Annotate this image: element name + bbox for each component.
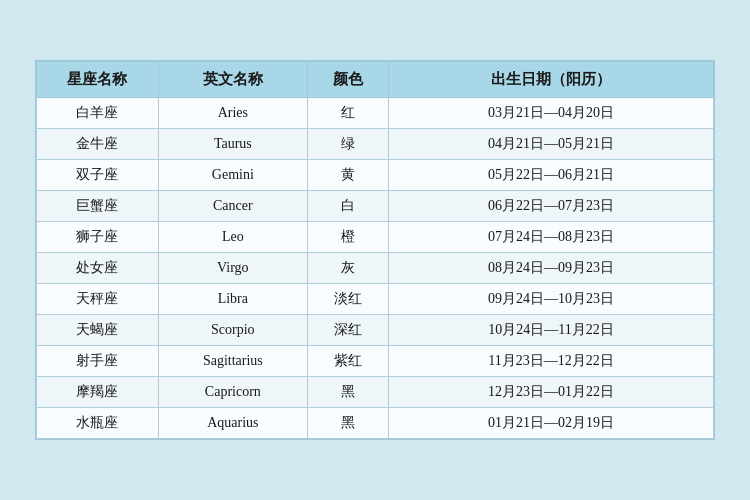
table-body: 白羊座Aries红03月21日—04月20日金牛座Taurus绿04月21日—0…	[37, 98, 714, 439]
cell-date: 10月24日—11月22日	[389, 315, 714, 346]
cell-english: Capricorn	[158, 377, 307, 408]
cell-chinese: 水瓶座	[37, 408, 159, 439]
cell-date: 08月24日—09月23日	[389, 253, 714, 284]
cell-chinese: 白羊座	[37, 98, 159, 129]
table-row: 巨蟹座Cancer白06月22日—07月23日	[37, 191, 714, 222]
cell-english: Aries	[158, 98, 307, 129]
cell-english: Gemini	[158, 160, 307, 191]
cell-color: 白	[307, 191, 388, 222]
cell-chinese: 金牛座	[37, 129, 159, 160]
cell-date: 07月24日—08月23日	[389, 222, 714, 253]
cell-english: Libra	[158, 284, 307, 315]
cell-date: 09月24日—10月23日	[389, 284, 714, 315]
cell-date: 01月21日—02月19日	[389, 408, 714, 439]
header-color: 颜色	[307, 62, 388, 98]
table-row: 天秤座Libra淡红09月24日—10月23日	[37, 284, 714, 315]
cell-english: Leo	[158, 222, 307, 253]
cell-chinese: 天秤座	[37, 284, 159, 315]
header-date: 出生日期（阳历）	[389, 62, 714, 98]
table-row: 狮子座Leo橙07月24日—08月23日	[37, 222, 714, 253]
cell-chinese: 摩羯座	[37, 377, 159, 408]
cell-color: 绿	[307, 129, 388, 160]
table-row: 处女座Virgo灰08月24日—09月23日	[37, 253, 714, 284]
cell-date: 06月22日—07月23日	[389, 191, 714, 222]
cell-english: Scorpio	[158, 315, 307, 346]
cell-english: Taurus	[158, 129, 307, 160]
cell-date: 03月21日—04月20日	[389, 98, 714, 129]
cell-color: 黑	[307, 408, 388, 439]
cell-color: 红	[307, 98, 388, 129]
cell-chinese: 双子座	[37, 160, 159, 191]
cell-color: 深红	[307, 315, 388, 346]
table-header-row: 星座名称 英文名称 颜色 出生日期（阳历）	[37, 62, 714, 98]
cell-chinese: 巨蟹座	[37, 191, 159, 222]
cell-color: 紫红	[307, 346, 388, 377]
cell-chinese: 射手座	[37, 346, 159, 377]
table-row: 双子座Gemini黄05月22日—06月21日	[37, 160, 714, 191]
zodiac-table: 星座名称 英文名称 颜色 出生日期（阳历） 白羊座Aries红03月21日—04…	[36, 61, 714, 439]
table-row: 水瓶座Aquarius黑01月21日—02月19日	[37, 408, 714, 439]
cell-color: 黄	[307, 160, 388, 191]
cell-english: Aquarius	[158, 408, 307, 439]
table-row: 天蝎座Scorpio深红10月24日—11月22日	[37, 315, 714, 346]
cell-chinese: 狮子座	[37, 222, 159, 253]
table-row: 白羊座Aries红03月21日—04月20日	[37, 98, 714, 129]
cell-english: Sagittarius	[158, 346, 307, 377]
cell-date: 11月23日—12月22日	[389, 346, 714, 377]
cell-color: 橙	[307, 222, 388, 253]
cell-chinese: 处女座	[37, 253, 159, 284]
cell-color: 黑	[307, 377, 388, 408]
header-english: 英文名称	[158, 62, 307, 98]
table-row: 金牛座Taurus绿04月21日—05月21日	[37, 129, 714, 160]
cell-date: 12月23日—01月22日	[389, 377, 714, 408]
zodiac-table-container: 星座名称 英文名称 颜色 出生日期（阳历） 白羊座Aries红03月21日—04…	[35, 60, 715, 440]
table-row: 摩羯座Capricorn黑12月23日—01月22日	[37, 377, 714, 408]
cell-english: Cancer	[158, 191, 307, 222]
table-row: 射手座Sagittarius紫红11月23日—12月22日	[37, 346, 714, 377]
cell-date: 04月21日—05月21日	[389, 129, 714, 160]
cell-chinese: 天蝎座	[37, 315, 159, 346]
header-chinese: 星座名称	[37, 62, 159, 98]
cell-english: Virgo	[158, 253, 307, 284]
cell-color: 灰	[307, 253, 388, 284]
cell-color: 淡红	[307, 284, 388, 315]
cell-date: 05月22日—06月21日	[389, 160, 714, 191]
